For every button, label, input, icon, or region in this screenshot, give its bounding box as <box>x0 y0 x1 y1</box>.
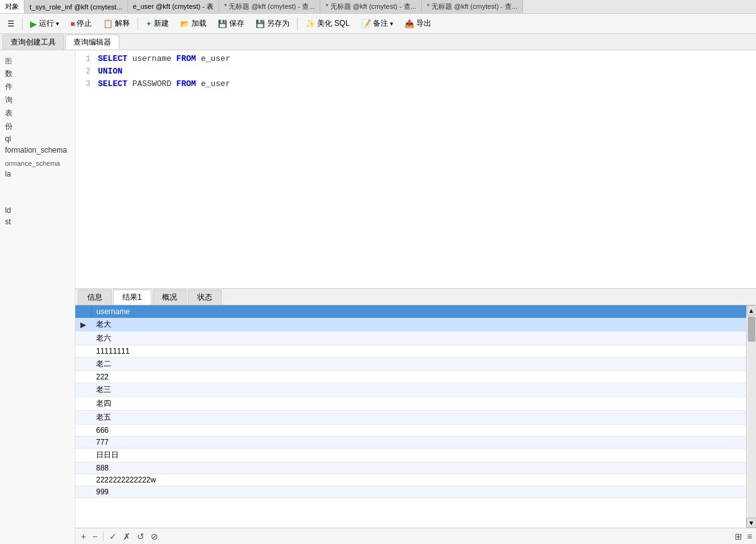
tab-query-editor[interactable]: 查询编辑器 <box>65 35 119 50</box>
result-grid[interactable]: username ▶老大老六11111111老二222老三老四老五666777日… <box>75 305 746 528</box>
tab-info[interactable]: 信息 <box>78 290 112 305</box>
load-button[interactable]: 📂 加载 <box>175 16 212 31</box>
confirm-button[interactable]: ✓ <box>107 531 119 542</box>
scrollbar-track[interactable] <box>747 315 756 518</box>
explain-icon: 📋 <box>103 19 113 28</box>
new-button[interactable]: ✦ 新建 <box>141 16 174 31</box>
result-table: username ▶老大老六11111111老二222老三老四老五666777日… <box>75 305 746 498</box>
cell-username: 777 <box>91 437 746 449</box>
list-view-button[interactable]: ≡ <box>747 531 752 541</box>
row-indicator <box>75 332 91 345</box>
table-row[interactable]: 888 <box>75 462 746 474</box>
sidebar-item-performance-schema[interactable]: ormance_schema <box>0 156 75 168</box>
tab-query3[interactable]: * 无标题 @kft (cmytest) - 查... <box>422 0 523 13</box>
tab-query1[interactable]: * 无标题 @kft (cmytest) - 查... <box>219 0 320 13</box>
sidebar-item-views[interactable]: 数 <box>0 67 75 80</box>
tab-object[interactable]: 对象 <box>0 0 24 13</box>
comment-button[interactable]: 📝 备注 ▾ <box>356 16 398 31</box>
run-icon: ▶ <box>30 19 37 29</box>
toolbar-divider-1 <box>22 18 23 30</box>
add-row-button[interactable]: + <box>79 531 88 542</box>
toolbar-divider-2 <box>138 18 138 30</box>
beautify-button[interactable]: ✨ 美化 SQL <box>300 16 354 31</box>
sidebar-item-queries[interactable]: 表 <box>0 107 75 120</box>
cell-username: 2222222222222w <box>91 474 746 486</box>
scrollbar-up-button[interactable]: ▲ <box>747 305 757 315</box>
table-row[interactable]: 老三 <box>75 383 746 397</box>
table-row[interactable]: 999 <box>75 486 746 498</box>
export-button[interactable]: 📤 导出 <box>399 16 436 31</box>
stop-button[interactable]: ■ 停止 <box>65 16 97 31</box>
refresh-button[interactable]: ↺ <box>135 531 146 542</box>
cell-username: 老二 <box>91 357 746 371</box>
save-as-icon: 💾 <box>256 19 265 28</box>
sql-editor[interactable]: 1 SELECT username FROM e_user 2 UNION 3 … <box>75 50 756 289</box>
comment-dropdown-icon: ▾ <box>390 20 393 27</box>
sidebar-item-backup[interactable]: ql <box>0 133 75 144</box>
row-indicator-header <box>75 305 91 318</box>
result-grid-wrapper: username ▶老大老六11111111老二222老三老四老五666777日… <box>75 305 756 528</box>
scrollbar-down-button[interactable]: ▼ <box>747 518 757 528</box>
row-indicator <box>75 437 91 449</box>
sidebar-item-information-schema[interactable]: 图 <box>0 53 75 67</box>
tab-query2[interactable]: * 无标题 @kft (cmytest) - 查... <box>320 0 421 13</box>
cell-username: 老六 <box>91 332 746 345</box>
table-row[interactable]: 老六 <box>75 332 746 345</box>
table-row[interactable]: 老二 <box>75 357 746 371</box>
sidebar-item-ld[interactable]: ld <box>0 205 75 216</box>
tab-query-builder[interactable]: 查询创建工具 <box>3 35 64 50</box>
query-tab-bar: 查询创建工具 查询编辑器 <box>0 34 756 50</box>
new-icon: ✦ <box>146 19 152 28</box>
sidebar-item-st[interactable]: st <box>0 216 75 227</box>
sidebar-item-sql[interactable]: formation_schema <box>0 144 75 156</box>
table-row[interactable]: 11111111 <box>75 345 746 357</box>
run-button[interactable]: ▶ 运行 ▾ <box>25 16 64 31</box>
export-icon: 📤 <box>404 19 414 28</box>
stop-icon: ■ <box>70 19 75 28</box>
delete-row-button[interactable]: − <box>90 531 99 542</box>
clear-button[interactable]: ⊘ <box>149 531 160 542</box>
table-row[interactable]: 2222222222222w <box>75 474 746 486</box>
sidebar-item-events[interactable]: 询 <box>0 94 75 107</box>
cell-username: 老大 <box>91 318 746 332</box>
comment-icon: 📝 <box>361 19 371 28</box>
row-indicator <box>75 486 91 498</box>
cell-username: 老四 <box>91 397 746 411</box>
bottom-panel: 信息 结果1 概况 状态 <box>75 289 756 544</box>
table-row[interactable]: ▶老大 <box>75 318 746 332</box>
row-indicator <box>75 474 91 486</box>
cell-username: 老三 <box>91 383 746 397</box>
explain-button[interactable]: 📋 解释 <box>98 16 135 31</box>
tab-euser-table[interactable]: e_user @kft (cmytest) - 表 <box>128 0 220 13</box>
scrollbar-thumb[interactable] <box>748 317 755 342</box>
menu-icon-button[interactable]: ☰ <box>3 17 19 31</box>
table-row[interactable]: 老四 <box>75 397 746 411</box>
result-tab-bar: 信息 结果1 概况 状态 <box>75 289 756 305</box>
cancel-edit-button[interactable]: ✗ <box>121 531 132 542</box>
table-row[interactable]: 日日日 <box>75 449 746 462</box>
table-row[interactable]: 666 <box>75 425 746 437</box>
sidebar-item-la[interactable]: la <box>0 168 75 180</box>
row-indicator <box>75 397 91 411</box>
table-row[interactable]: 222 <box>75 371 746 383</box>
beautify-icon: ✨ <box>305 19 315 28</box>
grid-view-button[interactable]: ⊞ <box>735 531 742 541</box>
column-header-username[interactable]: username <box>91 305 746 318</box>
tab-status[interactable]: 状态 <box>188 290 222 305</box>
toolbar-divider-3 <box>297 18 298 30</box>
tab-overview[interactable]: 概况 <box>153 290 186 305</box>
save-as-button[interactable]: 💾 另存为 <box>251 16 294 31</box>
sql-line-2: 2 UNION <box>75 65 756 78</box>
cell-username: 888 <box>91 462 746 474</box>
cell-username: 222 <box>91 371 746 383</box>
table-row[interactable]: 777 <box>75 437 746 449</box>
tab-result1[interactable]: 结果1 <box>113 290 151 305</box>
tab-role-inf[interactable]: t_sys_role_inf @kft (cmytest... <box>24 0 128 13</box>
table-row[interactable]: 老五 <box>75 411 746 425</box>
run-dropdown-icon: ▾ <box>56 20 59 27</box>
grid-scrollbar: ▲ ▼ <box>746 305 756 528</box>
sidebar-item-functions[interactable]: 件 <box>0 80 75 94</box>
sql-line-3: 3 SELECT PASSWORD FROM e_user <box>75 78 756 90</box>
save-button[interactable]: 💾 保存 <box>213 16 249 31</box>
sidebar-item-tables[interactable]: 份 <box>0 120 75 133</box>
